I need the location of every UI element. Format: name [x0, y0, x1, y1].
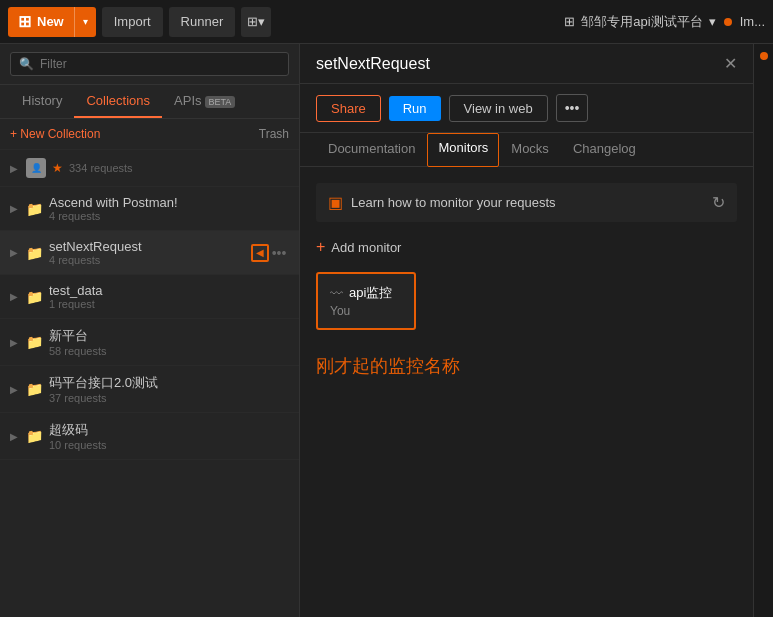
collections-list: ▶ 👤 ★ 334 requests ▶ 📁 Ascend with Postm… [0, 150, 299, 617]
collection-info: setNextRequest 4 requests [49, 239, 263, 266]
search-input[interactable] [40, 57, 280, 71]
close-button[interactable]: ✕ [724, 54, 737, 73]
collection-count: 4 requests [49, 254, 263, 266]
collection-info: Ascend with Postman! 4 requests [49, 195, 289, 222]
top-bar: ⊞ New ▾ Import Runner ⊞▾ ⊞ 邹邹专用api测试平台 ▾… [0, 0, 773, 44]
list-item[interactable]: ▶ 📁 超级码 10 requests [0, 413, 299, 460]
collection-row: ▶ 📁 test_data 1 request [0, 275, 299, 318]
collection-row: ▶ 📁 码平台接口2.0测试 37 requests [0, 366, 299, 412]
chevron-icon: ▶ [10, 431, 20, 442]
new-label: New [37, 14, 64, 29]
collection-count: 4 requests [49, 210, 289, 222]
workspace-selector[interactable]: ⊞ 邹邹专用api测试平台 ▾ [556, 9, 723, 35]
dots-button[interactable]: ••• [269, 245, 289, 261]
panel-title: setNextRequest [316, 55, 430, 73]
list-item[interactable]: ▶ 📁 setNextRequest 4 requests ◀ ••• [0, 231, 299, 275]
avatar: 👤 [26, 158, 46, 178]
collection-row: ▶ 📁 Ascend with Postman! 4 requests [0, 187, 299, 230]
sidebar-actions: + New Collection Trash [0, 119, 299, 150]
panel-tabs: Documentation Monitors Mocks Changelog [300, 133, 753, 167]
new-collection-button[interactable]: + New Collection [10, 127, 100, 141]
panel-header: setNextRequest ✕ [300, 44, 753, 84]
collection-count: 1 request [49, 298, 289, 310]
star-icon: ★ [52, 161, 63, 175]
folder-icon: 📁 [26, 289, 43, 305]
refresh-button[interactable]: ↻ [712, 193, 725, 212]
list-item[interactable]: ▶ 👤 ★ 334 requests [0, 150, 299, 187]
collection-name: setNextRequest [49, 239, 263, 254]
folder-icon: 📁 [26, 201, 43, 217]
collection-count: 37 requests [49, 392, 289, 404]
sidebar-tabs: History Collections APIsBETA [0, 85, 299, 119]
add-monitor-row[interactable]: + Add monitor [316, 238, 737, 256]
learn-banner-left: ▣ Learn how to monitor your requests [328, 193, 556, 212]
add-monitor-label: Add monitor [331, 240, 401, 255]
tab-history[interactable]: History [10, 85, 74, 118]
trash-button[interactable]: Trash [259, 127, 289, 141]
tab-apis[interactable]: APIsBETA [162, 85, 247, 118]
sidebar-search-area: 🔍 [0, 44, 299, 85]
collection-name: test_data [49, 283, 289, 298]
apis-label: APIs [174, 93, 201, 108]
folder-icon: 📁 [26, 381, 43, 397]
collection-info: 334 requests [69, 162, 289, 174]
collection-row: ▶ 📁 超级码 10 requests [0, 413, 299, 459]
extra-icon-button[interactable]: ⊞▾ [241, 7, 271, 37]
collection-name: 新平台 [49, 327, 289, 345]
more-button[interactable]: ••• [556, 94, 589, 122]
share-button[interactable]: Share [316, 95, 381, 122]
chevron-icon: ▶ [10, 247, 20, 258]
right-strip [753, 44, 773, 617]
list-item[interactable]: ▶ 📁 test_data 1 request [0, 275, 299, 319]
collection-row: ▶ 📁 setNextRequest 4 requests ◀ ••• [0, 231, 299, 274]
chevron-icon: ▶ [10, 203, 20, 214]
chevron-icon: ▶ [10, 384, 20, 395]
top-bar-right: Im... [724, 14, 765, 29]
new-dropdown-arrow[interactable]: ▾ [74, 7, 96, 37]
list-item[interactable]: ▶ 📁 新平台 58 requests [0, 319, 299, 366]
list-item[interactable]: ▶ 📁 码平台接口2.0测试 37 requests [0, 366, 299, 413]
user-label: Im... [740, 14, 765, 29]
tab-mocks[interactable]: Mocks [499, 133, 561, 166]
workspace-chevron: ▾ [709, 14, 716, 29]
learn-icon: ▣ [328, 193, 343, 212]
chevron-icon: ▶ [10, 291, 20, 302]
new-button-group[interactable]: ⊞ New ▾ [8, 7, 96, 37]
notification-dot [724, 18, 732, 26]
collection-name: 码平台接口2.0测试 [49, 374, 289, 392]
folder-icon: 📁 [26, 428, 43, 444]
workspace-name: 邹邹专用api测试平台 [581, 13, 702, 31]
right-panel: setNextRequest ✕ Share Run View in web •… [300, 44, 753, 617]
view-web-button[interactable]: View in web [449, 95, 548, 122]
import-button[interactable]: Import [102, 7, 163, 37]
tab-documentation[interactable]: Documentation [316, 133, 427, 166]
runner-button[interactable]: Runner [169, 7, 236, 37]
grid-icon: ⊞ [564, 14, 575, 29]
collection-info: 码平台接口2.0测试 37 requests [49, 374, 289, 404]
plus-icon: ⊞ [18, 12, 31, 31]
folder-icon: 📁 [26, 245, 43, 261]
tab-monitors[interactable]: Monitors [427, 133, 499, 167]
annotation-text: 刚才起的监控名称 [316, 354, 737, 378]
run-button[interactable]: Run [389, 96, 441, 121]
folder-icon: 📁 [26, 334, 43, 350]
search-icon: 🔍 [19, 57, 34, 71]
panel-content: ▣ Learn how to monitor your requests ↻ +… [300, 167, 753, 617]
collection-info: 超级码 10 requests [49, 421, 289, 451]
list-item[interactable]: ▶ 📁 Ascend with Postman! 4 requests [0, 187, 299, 231]
tab-changelog[interactable]: Changelog [561, 133, 648, 166]
collection-row: ▶ 📁 新平台 58 requests [0, 319, 299, 365]
tab-collections[interactable]: Collections [74, 85, 162, 118]
monitor-name: api监控 [349, 284, 392, 302]
beta-badge: BETA [205, 96, 236, 108]
collection-name: 超级码 [49, 421, 289, 439]
collection-count: 10 requests [49, 439, 289, 451]
monitor-card[interactable]: 〰 api监控 You [316, 272, 416, 330]
arrow-indicator: ◀ [251, 244, 269, 262]
strip-dot [760, 52, 768, 60]
new-button-main[interactable]: ⊞ New [8, 12, 74, 31]
collection-info: test_data 1 request [49, 283, 289, 310]
search-box[interactable]: 🔍 [10, 52, 289, 76]
add-monitor-plus-icon: + [316, 238, 325, 256]
collection-name: Ascend with Postman! [49, 195, 289, 210]
